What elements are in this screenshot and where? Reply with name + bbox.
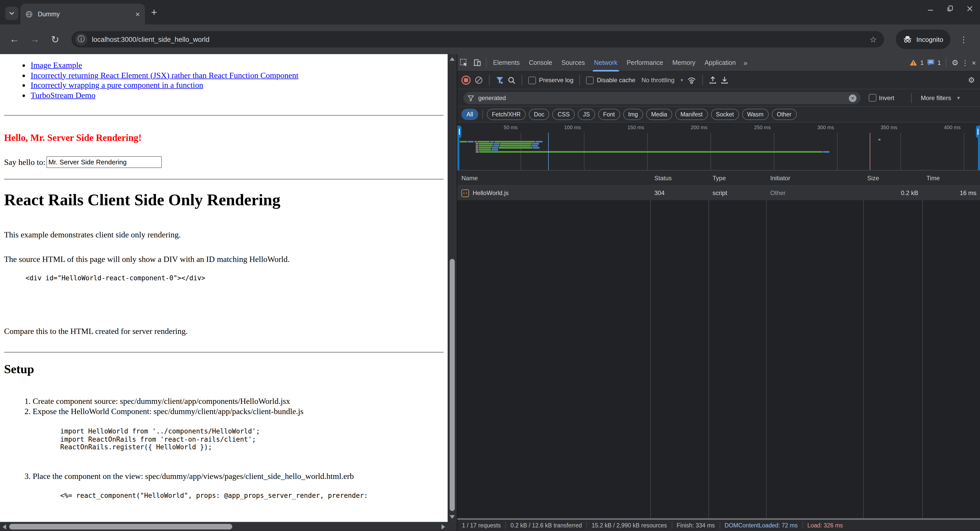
tab-close-icon[interactable]: × [135, 10, 140, 18]
chip-wasm[interactable]: Wasm [742, 109, 768, 120]
browser-menu-button[interactable]: ⋮ [959, 24, 968, 54]
disable-cache-checkbox[interactable] [586, 77, 594, 84]
clear-filter-icon[interactable]: × [849, 94, 856, 102]
request-time-cell[interactable]: 16 ms [922, 186, 980, 200]
column-divider[interactable] [863, 171, 864, 518]
scroll-right-arrow[interactable] [442, 525, 445, 529]
filter-icon[interactable] [496, 76, 504, 84]
tab-elements[interactable]: Elements [488, 54, 524, 71]
chip-js[interactable]: JS [578, 109, 595, 120]
devtools-menu-icon[interactable]: ⋮ [962, 59, 969, 67]
scroll-up-arrow[interactable] [450, 57, 455, 61]
column-header-initiator[interactable]: Initiator [766, 171, 867, 186]
table-row[interactable]: ‹› HelloWorld.js 304 script Other 0.2 kB… [457, 186, 980, 200]
more-tabs-button[interactable]: » [740, 59, 751, 67]
link-image-example[interactable]: Image Example [30, 61, 82, 69]
import-har-icon[interactable] [709, 76, 717, 84]
new-tab-button[interactable]: + [151, 6, 157, 18]
horizontal-scrollbar[interactable] [0, 522, 448, 531]
column-header-size[interactable]: Size [863, 171, 926, 186]
request-status-cell[interactable]: 304 [650, 186, 708, 200]
tab-sources[interactable]: Sources [557, 54, 590, 71]
overview-left-handle-grip[interactable] [457, 126, 461, 138]
divider [911, 93, 912, 103]
overview-right-handle-grip[interactable] [976, 126, 980, 138]
chip-socket[interactable]: Socket [711, 109, 739, 120]
back-button[interactable]: ← [5, 24, 24, 54]
bookmark-star-icon[interactable]: ☆ [870, 35, 877, 44]
column-divider[interactable] [922, 171, 923, 518]
column-divider[interactable] [708, 171, 709, 518]
chip-img[interactable]: Img [623, 109, 643, 120]
reload-button[interactable]: ↻ [46, 24, 64, 54]
chip-all[interactable]: All [461, 109, 478, 120]
request-size-cell[interactable]: 0.2 kB [863, 186, 922, 200]
tab-network[interactable]: Network [590, 54, 622, 71]
vertical-scrollbar[interactable] [448, 54, 457, 522]
column-header-name[interactable]: Name [457, 171, 654, 186]
network-overview-timeline[interactable]: 50 ms 100 ms 150 ms 200 ms 250 ms 300 ms… [457, 122, 980, 171]
network-conditions-icon[interactable] [687, 77, 696, 84]
issues-icon[interactable] [927, 59, 934, 66]
chip-fetch-xhr[interactable]: Fetch/XHR [487, 109, 526, 120]
close-window-icon[interactable] [967, 5, 973, 11]
chip-css[interactable]: CSS [552, 109, 575, 120]
chip-font[interactable]: Font [598, 109, 620, 120]
record-network-log-button[interactable] [461, 76, 471, 85]
scroll-left-arrow[interactable] [3, 525, 6, 529]
column-divider[interactable] [650, 171, 651, 518]
tab-console[interactable]: Console [524, 54, 557, 71]
paragraph: Compare this to the HTML created for ser… [4, 327, 444, 336]
clear-network-log-icon[interactable] [475, 76, 483, 84]
address-bar[interactable]: ⓘ localhost:3000/client_side_hello_world… [72, 31, 884, 48]
preserve-log-checkbox[interactable] [528, 77, 536, 84]
restore-icon[interactable] [947, 5, 953, 12]
chip-other[interactable]: Other [772, 109, 797, 120]
column-divider[interactable] [766, 171, 767, 518]
link-incorrect-jsx[interactable]: Incorrectly returning React Element (JSX… [30, 71, 298, 80]
request-type-cell[interactable]: script [708, 186, 766, 200]
more-filters-button[interactable]: More filters ▼ [921, 94, 961, 101]
site-info-icon[interactable]: ⓘ [75, 33, 87, 45]
search-icon[interactable] [508, 77, 515, 84]
devtools-close-icon[interactable]: × [972, 59, 976, 67]
tab-memory[interactable]: Memory [668, 54, 700, 71]
filter-input[interactable]: generated × [463, 92, 861, 104]
warning-icon[interactable] [910, 59, 917, 66]
column-header-status[interactable]: Status [650, 171, 713, 186]
vertical-scrollbar-thumb[interactable] [450, 259, 455, 511]
divider [482, 110, 483, 119]
devtools-settings-icon[interactable]: ⚙ [952, 58, 959, 67]
column-header-type[interactable]: Type [708, 171, 770, 186]
preserve-log-label: Preserve log [539, 77, 573, 84]
throttling-select[interactable]: No throttling [641, 77, 675, 84]
divider [489, 75, 490, 85]
url-text[interactable]: localhost:3000/client_side_hello_world [92, 35, 870, 43]
horizontal-scrollbar-thumb[interactable] [9, 524, 232, 529]
minimize-icon[interactable] [928, 5, 934, 11]
invert-checkbox[interactable] [869, 94, 877, 102]
request-initiator-cell[interactable]: Other [766, 186, 863, 200]
link-incorrect-wrapping[interactable]: Incorrectly wrapping a pure component in… [30, 81, 203, 89]
chip-doc[interactable]: Doc [529, 109, 549, 120]
devtools-tabbar: Elements Console Sources Network Perform… [457, 54, 980, 72]
divider [579, 75, 580, 85]
scroll-down-arrow[interactable] [450, 515, 455, 519]
device-toolbar-button[interactable] [471, 56, 484, 69]
tab-performance[interactable]: Performance [622, 54, 668, 71]
chip-manifest[interactable]: Manifest [675, 109, 708, 120]
export-har-icon[interactable] [721, 76, 729, 84]
inspect-element-button[interactable] [457, 56, 471, 69]
column-header-time[interactable]: Time [922, 171, 980, 186]
network-settings-icon[interactable]: ⚙ [968, 76, 975, 85]
request-name-cell[interactable]: ‹› HelloWorld.js [457, 186, 650, 200]
browser-tab[interactable]: Dummy × [21, 3, 145, 24]
divider [522, 75, 522, 85]
filter-value[interactable]: generated [478, 94, 849, 102]
tab-search-button[interactable] [5, 6, 18, 20]
forward-button[interactable]: → [25, 24, 44, 54]
name-input[interactable] [46, 156, 162, 168]
link-turbostream-demo[interactable]: TurboStream Demo [30, 91, 95, 99]
tab-application[interactable]: Application [700, 54, 740, 71]
chip-media[interactable]: Media [646, 109, 673, 120]
